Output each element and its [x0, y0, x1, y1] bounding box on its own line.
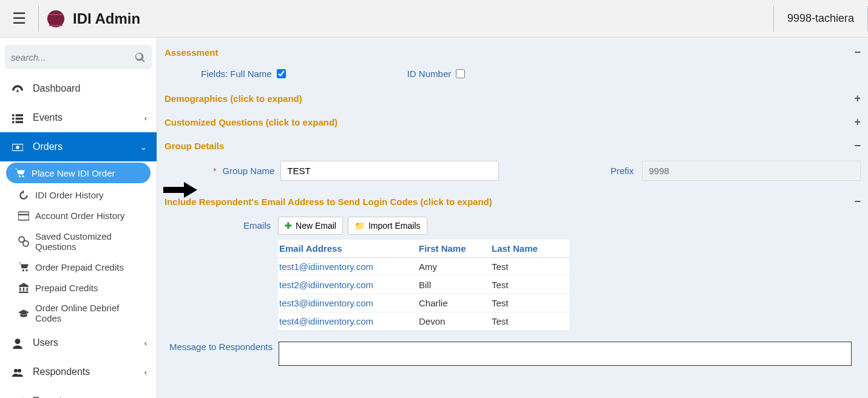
sidebar-item-label: Order Prepaid Credits: [35, 262, 124, 272]
sidebar-sub-history[interactable]: IDI Order History: [0, 184, 157, 205]
field-label: Fields: Full Name: [201, 69, 272, 79]
search-box[interactable]: [5, 45, 152, 69]
col-email[interactable]: Email Address: [278, 240, 418, 258]
first-cell: Devon: [418, 312, 490, 331]
last-cell: Test: [490, 258, 569, 276]
new-email-button[interactable]: ✚ New Email: [278, 217, 343, 235]
sidebar-sub-acct-history[interactable]: Account Order History: [0, 206, 157, 226]
sidebar-item-label: IDI Order History: [35, 190, 104, 200]
sidebar-sub-order-prepaid[interactable]: Order Prepaid Credits: [0, 257, 157, 277]
sidebar-item-reports[interactable]: Reports ‹: [0, 386, 157, 398]
sidebar-item-label: Place New IDI Order: [32, 168, 115, 178]
sidebar-item-dashboard[interactable]: Dashboard: [0, 74, 157, 103]
sidebar-item-respondents[interactable]: Respondents ‹: [0, 357, 157, 386]
sidebar-item-events[interactable]: Events ‹: [0, 103, 157, 132]
sidebar-item-label: Account Order History: [35, 211, 125, 221]
header: ☰ IDI Admin 9998-tachiera: [0, 0, 868, 38]
sidebar-item-label: Events: [33, 112, 63, 123]
section-title: Assessment: [164, 47, 218, 58]
email-cell[interactable]: test4@idiinventory.com: [278, 312, 418, 331]
emails-table: Email Address First Name Last Name test1…: [278, 240, 569, 331]
chevron-left-icon: ‹: [144, 113, 147, 123]
sidebar: Dashboard Events ‹ Orders ⌄ Place New ID…: [0, 38, 157, 398]
app-title: IDI Admin: [73, 10, 140, 27]
expand-icon[interactable]: +: [854, 92, 861, 105]
chevron-left-icon: ‹: [144, 368, 147, 377]
message-label: Message to Respondents: [164, 342, 273, 352]
table-row[interactable]: test1@idiinventory.comAmyTest: [278, 258, 569, 276]
cart-icon: [15, 167, 25, 178]
first-cell: Amy: [418, 258, 490, 276]
section-custom-questions[interactable]: Customized Questions (click to expand) +: [164, 113, 861, 131]
button-label: Import Emails: [368, 221, 421, 231]
sidebar-sub-debrief[interactable]: Order Online Debrief Codes: [0, 298, 157, 328]
field-id-number[interactable]: ID Number: [407, 69, 466, 79]
menu-toggle[interactable]: ☰: [0, 9, 38, 28]
section-group-details[interactable]: Group Details −: [164, 137, 861, 155]
col-last[interactable]: Last Name: [490, 240, 569, 258]
required-indicator: *: [213, 166, 216, 176]
first-cell: Bill: [418, 276, 490, 294]
svg-point-6: [15, 339, 21, 344]
full-name-checkbox[interactable]: [277, 69, 286, 78]
email-cell[interactable]: test1@idiinventory.com: [278, 258, 418, 276]
email-cell[interactable]: test2@idiinventory.com: [278, 276, 418, 294]
sidebar-sub-prepaid[interactable]: Prepaid Credits: [0, 277, 157, 298]
main-content: Assessment − Fields: Full Name ID Number: [157, 38, 868, 398]
id-number-checkbox[interactable]: [456, 69, 465, 78]
group-name-input[interactable]: [280, 161, 499, 181]
sidebar-item-label: Order Online Debrief Codes: [35, 303, 146, 323]
money-icon: [11, 141, 24, 153]
gears-icon: [18, 236, 29, 247]
sidebar-item-users[interactable]: Users ‹: [0, 328, 157, 357]
tenant-label[interactable]: 9998-tachiera: [774, 12, 867, 25]
chevron-down-icon: ⌄: [140, 143, 147, 152]
group-name-label: Group Name: [222, 166, 274, 176]
sidebar-item-label: Orders: [33, 141, 63, 152]
search-input[interactable]: [11, 52, 135, 62]
table-row[interactable]: test4@idiinventory.comDevonTest: [278, 312, 569, 331]
sidebar-sub-place-new[interactable]: Place New IDI Order: [6, 163, 151, 183]
users-icon: [11, 366, 24, 378]
last-cell: Test: [490, 276, 569, 294]
collapse-icon[interactable]: −: [854, 195, 861, 208]
last-cell: Test: [490, 294, 569, 312]
prefix-label: Prefix: [611, 166, 634, 176]
email-cell[interactable]: test3@idiinventory.com: [278, 294, 418, 312]
sidebar-item-label: Respondents: [33, 366, 90, 377]
sidebar-item-label: Users: [33, 337, 58, 348]
svg-point-8: [18, 369, 21, 373]
table-row[interactable]: test3@idiinventory.comCharlieTest: [278, 294, 569, 312]
last-cell: Test: [490, 312, 569, 331]
sidebar-item-orders[interactable]: Orders ⌄: [0, 132, 157, 161]
history-icon: [18, 189, 29, 200]
bank-icon: [18, 282, 29, 293]
field-full-name[interactable]: Fields: Full Name: [201, 69, 286, 79]
graduation-icon: [18, 308, 29, 319]
svg-point-7: [14, 369, 18, 373]
sidebar-item-label: Reports: [33, 396, 67, 398]
section-demographics[interactable]: Demographics (click to expand) +: [164, 90, 861, 107]
collapse-icon[interactable]: −: [854, 140, 861, 152]
search-icon[interactable]: [135, 51, 146, 64]
message-textarea[interactable]: [279, 342, 852, 366]
dashboard-icon: [11, 83, 24, 95]
col-first[interactable]: First Name: [418, 240, 490, 258]
list-icon: [11, 112, 24, 124]
plus-icon: ✚: [285, 221, 292, 231]
cart-icon: [18, 261, 29, 272]
chart-icon: [11, 395, 24, 398]
globe-icon: [47, 10, 64, 27]
table-row[interactable]: test2@idiinventory.comBillTest: [278, 276, 569, 294]
section-include-email[interactable]: Include Respondent's Email Address to Se…: [164, 193, 861, 211]
sidebar-item-label: Saved Customized Questions: [35, 231, 146, 252]
expand-icon[interactable]: +: [854, 116, 861, 129]
section-assessment[interactable]: Assessment −: [164, 44, 861, 61]
section-title: Demographics (click to expand): [164, 93, 302, 104]
logo[interactable]: IDI Admin: [39, 10, 149, 27]
import-emails-button[interactable]: 📁 Import Emails: [348, 217, 427, 235]
svg-rect-3: [18, 214, 29, 215]
collapse-icon[interactable]: −: [854, 46, 861, 59]
svg-point-1: [16, 146, 19, 149]
sidebar-sub-saved-q[interactable]: Saved Customized Questions: [0, 226, 157, 257]
